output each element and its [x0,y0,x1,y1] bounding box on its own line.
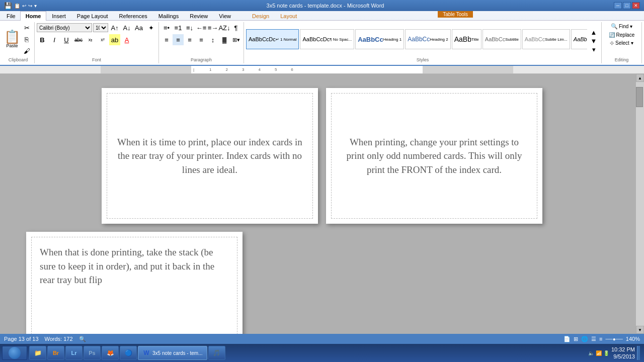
document-pages[interactable]: When it is time to print, place our inde… [8,74,636,334]
borders-button[interactable]: ⊞▾ [230,34,242,45]
index-card-1[interactable]: When it is time to print, place our inde… [102,88,318,224]
scroll-up-button[interactable]: ▲ [636,74,644,82]
style-subtle-em[interactable]: AaBbCcSubtle Lim... [522,29,570,49]
maximize-button[interactable]: □ [623,2,631,9]
style-heading1[interactable]: AaBbCcHeading 1 [355,29,404,49]
grow-font-button[interactable]: A↑ [109,22,120,33]
index-card-3[interactable]: When that is done printing, take the sta… [26,232,243,334]
index-card-1-inner: When it is time to print, place our inde… [107,93,313,219]
style-no-spacing[interactable]: AaBbCcDc¶ No Spac... [300,29,354,49]
view-outline-icon[interactable]: ☰ [591,336,596,342]
tab-design[interactable]: Design [247,11,275,21]
paste-button[interactable]: 📋 Paste [4,30,20,48]
subscript-button[interactable]: x₂ [85,34,96,45]
card-3-wrapper: When that is done printing, take the sta… [22,228,247,334]
tab-home[interactable]: Home [20,11,47,21]
taskbar-app-word[interactable]: W 3x5 note cards - tem... [138,346,207,360]
strikethrough-button[interactable]: abc [73,34,84,45]
style-title[interactable]: AaBbTitle [452,29,481,49]
word-app-label: 3x5 note cards - tem... [152,350,203,356]
style-subtitle[interactable]: AaBbCcSubtitle [482,29,521,49]
taskbar-app-explorer[interactable]: 📁 [29,346,46,360]
table-tools-banner: Table Tools [438,11,473,18]
superscript-button[interactable]: x² [97,34,108,45]
align-right-button[interactable]: ≡ [184,34,195,45]
start-button[interactable] [2,346,27,360]
justify-button[interactable]: ≡ [196,34,207,45]
close-button[interactable]: ✕ [632,2,640,9]
replace-button[interactable]: 🔄 Replace [608,31,635,39]
shading-button[interactable]: ▓ [219,34,230,45]
styles-expand[interactable]: ▾ [588,45,599,54]
font-group: Calibri (Body) 10 A↑ A↓ Aa ✦ B I U abc x… [35,22,159,63]
styles-scroll-up[interactable]: ▲ [588,28,599,37]
scroll-thumb[interactable] [636,87,643,107]
taskbar-app-lightroom[interactable]: Lr [65,346,83,360]
tab-review[interactable]: Review [184,11,213,21]
taskbar-app-chrome[interactable]: 🔵 [120,346,137,360]
window-title: 3x5 note cards - template.docx - Microso… [37,3,614,9]
bullets-button[interactable]: ≡• [161,22,172,33]
photoshop-icon: Ps [88,349,96,357]
tab-mailings[interactable]: Mailings [153,11,184,21]
card-2-text: When printing, change your print setting… [340,135,529,177]
taskbar-right: 🔈 📶 🔋 10:32 PM 9/5/2013 [586,346,642,360]
cut-button[interactable]: ✂ [21,22,32,33]
tab-page-layout[interactable]: Page Layout [71,11,114,21]
format-painter-button[interactable]: 🖌 [21,45,32,56]
line-spacing-button[interactable]: ↕ [207,34,218,45]
document-area: When it is time to print, place our inde… [0,74,644,334]
show-marks-button[interactable]: ¶ [230,22,242,33]
shrink-font-button[interactable]: A↓ [121,22,132,33]
italic-button[interactable]: I [49,34,60,45]
clear-format-button[interactable]: ✦ [145,22,156,33]
tab-layout[interactable]: Layout [275,11,302,21]
minimize-button[interactable]: ─ [614,2,622,9]
styles-scroll-down[interactable]: ▼ [588,37,599,45]
styles-gallery: AaBbCcDc↵ 1 Normal AaBbCcDc¶ No Spac... … [246,29,587,49]
show-desktop-button[interactable] [637,346,640,360]
paragraph-label: Paragraph [161,56,242,62]
view-fullscreen-icon[interactable]: ⊞ [574,336,578,342]
taskbar-app-bridge[interactable]: Br [47,346,64,360]
tab-insert[interactable]: Insert [46,11,71,21]
decrease-indent-button[interactable]: ←≡ [196,22,207,33]
style-emphasis[interactable]: AaBbCcEmphasis [571,29,587,49]
scroll-track[interactable] [636,82,644,326]
select-button[interactable]: ⊹ Select ▾ [609,39,634,47]
style-normal[interactable]: AaBbCcDc↵ 1 Normal [246,29,299,49]
clipboard-group: 📋 Paste ✂ ⎘ 🖌 Clipboard [2,22,35,63]
font-family-select[interactable]: Calibri (Body) [37,23,92,32]
clock-date: 9/5/2013 [611,353,635,360]
tab-view[interactable]: View [213,11,236,21]
styles-label: Styles [246,56,599,62]
view-web-icon[interactable]: 🌐 [581,336,588,342]
bold-button[interactable]: B [37,34,48,45]
zoom-slider[interactable]: ──●── [605,336,622,342]
multilevel-button[interactable]: ≡↓ [184,22,195,33]
numbering-button[interactable]: ≡1 [173,22,184,33]
font-size-select[interactable]: 10 [93,23,108,32]
taskbar-app-firefox[interactable]: 🦊 [102,346,119,360]
view-draft-icon[interactable]: ≡ [599,336,602,342]
style-heading2[interactable]: AaBbCcHeading 2 [405,29,451,49]
index-card-2[interactable]: When printing, change your print setting… [326,88,542,224]
increase-indent-button[interactable]: ≡→ [207,22,218,33]
align-left-button[interactable]: ≡ [161,34,172,45]
view-print-icon[interactable]: 📄 [564,336,571,342]
status-right: 📄 ⊞ 🌐 ☰ ≡ ──●── 140% [564,336,640,342]
underline-button[interactable]: U [61,34,72,45]
taskbar-app-vlc[interactable]: 🎵 [208,346,225,360]
vertical-scrollbar[interactable]: ▲ ▼ [636,74,644,334]
highlight-button[interactable]: ab [109,34,120,45]
tab-file[interactable]: File [2,11,20,21]
align-center-button[interactable]: ≡ [173,34,184,45]
scroll-down-button[interactable]: ▼ [636,326,644,334]
copy-button[interactable]: ⎘ [21,34,32,45]
tab-references[interactable]: References [114,11,153,21]
find-button[interactable]: 🔍Find ▾ [610,22,633,31]
font-color-button[interactable]: A [121,34,132,45]
change-case-button[interactable]: Aa [133,22,144,33]
sort-button[interactable]: AZ↓ [219,22,230,33]
taskbar-app-photoshop[interactable]: Ps [84,346,101,360]
